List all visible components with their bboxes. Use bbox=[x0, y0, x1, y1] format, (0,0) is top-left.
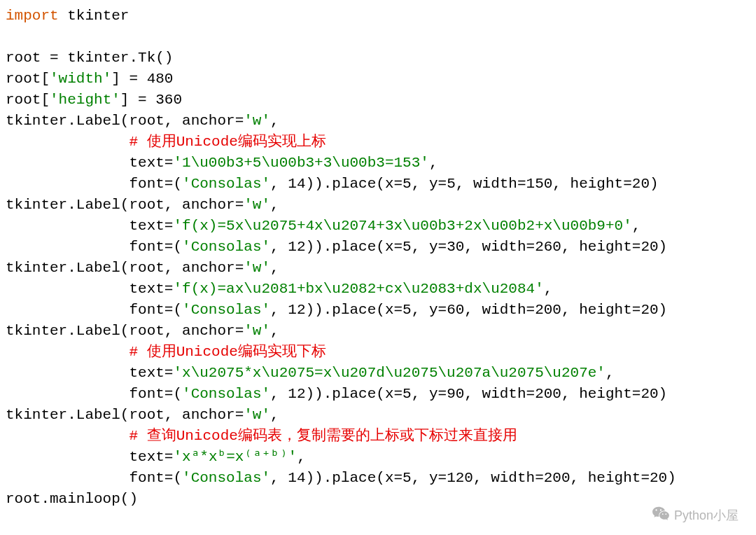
code-indent bbox=[6, 155, 129, 171]
code-indent bbox=[6, 281, 129, 297]
code-text: text= bbox=[129, 218, 173, 234]
string-literal: 'x\u2075*x\u2075=x\u207d\u2075\u207a\u20… bbox=[173, 365, 606, 381]
string-literal: '1\u00b3+5\u00b3+3\u00b3=153' bbox=[173, 155, 428, 171]
string-literal: 'xᵃ*xᵇ=x⁽ᵃ⁺ᵇ⁾' bbox=[173, 449, 297, 465]
string-literal: 'Consolas' bbox=[182, 239, 270, 255]
comment: # 使用Unicode编码实现上标 bbox=[129, 134, 326, 150]
code-block: import tkinter root = tkinter.Tk() root[… bbox=[6, 6, 750, 510]
string-literal: 'w' bbox=[244, 407, 270, 423]
code-text: tkinter.Label(root, anchor= bbox=[6, 323, 244, 339]
code-text: ] = 480 bbox=[111, 71, 173, 87]
wechat-icon bbox=[652, 506, 670, 524]
code-indent bbox=[6, 134, 129, 150]
code-text: , 12)).place(x=5, y=60, width=200, heigh… bbox=[270, 302, 667, 318]
code-text: ] = 360 bbox=[120, 92, 182, 108]
code-indent bbox=[6, 428, 129, 444]
string-literal: 'Consolas' bbox=[182, 302, 270, 318]
code-indent bbox=[6, 470, 129, 486]
code-indent bbox=[6, 239, 129, 255]
string-literal: 'w' bbox=[244, 323, 270, 339]
code-text: font=( bbox=[129, 176, 182, 192]
code-text: tkinter.Label(root, anchor= bbox=[6, 197, 244, 213]
code-text: font=( bbox=[129, 470, 182, 486]
code-indent bbox=[6, 386, 129, 402]
code-text: , 14)).place(x=5, y=120, width=200, heig… bbox=[270, 470, 676, 486]
code-text: , bbox=[270, 407, 279, 423]
code-indent bbox=[6, 302, 129, 318]
string-literal: 'w' bbox=[244, 197, 270, 213]
code-text: text= bbox=[129, 155, 173, 171]
code-text: , bbox=[270, 260, 279, 276]
code-text: text= bbox=[129, 281, 173, 297]
code-indent bbox=[6, 449, 129, 465]
code-text: , 12)).place(x=5, y=90, width=200, heigh… bbox=[270, 386, 667, 402]
code-text: tkinter.Label(root, anchor= bbox=[6, 113, 244, 129]
comment: # 使用Unicode编码实现下标 bbox=[129, 344, 326, 360]
code-text: , bbox=[632, 218, 641, 234]
code-text: root[ bbox=[6, 71, 50, 87]
code-text: tkinter.Label(root, anchor= bbox=[6, 407, 244, 423]
string-literal: 'width' bbox=[50, 71, 111, 87]
code-indent bbox=[6, 344, 129, 360]
code-text: root[ bbox=[6, 92, 50, 108]
code-text: root = tkinter.Tk() bbox=[6, 50, 173, 66]
string-literal: 'f(x)=5x\u2075+4x\u2074+3x\u00b3+2x\u00b… bbox=[173, 218, 631, 234]
code-text: tkinter.Label(root, anchor= bbox=[6, 260, 244, 276]
string-literal: 'Consolas' bbox=[182, 386, 270, 402]
string-literal: 'w' bbox=[244, 260, 270, 276]
code-text: , 12)).place(x=5, y=30, width=260, heigh… bbox=[270, 239, 667, 255]
code-text: , 14)).place(x=5, y=5, width=150, height… bbox=[270, 176, 659, 192]
code-indent bbox=[6, 218, 129, 234]
code-text: , bbox=[297, 449, 306, 465]
code-text: , bbox=[270, 197, 279, 213]
string-literal: 'f(x)=ax\u2081+bx\u2082+cx\u2083+dx\u208… bbox=[173, 281, 543, 297]
string-literal: 'Consolas' bbox=[182, 176, 270, 192]
code-text: tkinter bbox=[59, 8, 130, 24]
code-text: font=( bbox=[129, 302, 182, 318]
code-indent bbox=[6, 365, 129, 381]
string-literal: 'height' bbox=[50, 92, 120, 108]
code-text: , bbox=[606, 365, 615, 381]
watermark: Python小屋 bbox=[652, 506, 738, 524]
comment: # 查询Unicode编码表，复制需要的上标或下标过来直接用 bbox=[129, 428, 517, 444]
keyword-import: import bbox=[6, 8, 59, 24]
code-text: , bbox=[544, 281, 553, 297]
code-text: , bbox=[429, 155, 438, 171]
string-literal: 'w' bbox=[244, 113, 270, 129]
code-text: text= bbox=[129, 365, 173, 381]
code-text: font=( bbox=[129, 239, 182, 255]
code-text: text= bbox=[129, 449, 173, 465]
code-text: font=( bbox=[129, 386, 182, 402]
string-literal: 'Consolas' bbox=[182, 470, 270, 486]
code-text: , bbox=[270, 113, 279, 129]
code-text: root.mainloop() bbox=[6, 491, 138, 507]
code-text: , bbox=[270, 323, 279, 339]
watermark-text: Python小屋 bbox=[674, 507, 738, 524]
code-indent bbox=[6, 176, 129, 192]
